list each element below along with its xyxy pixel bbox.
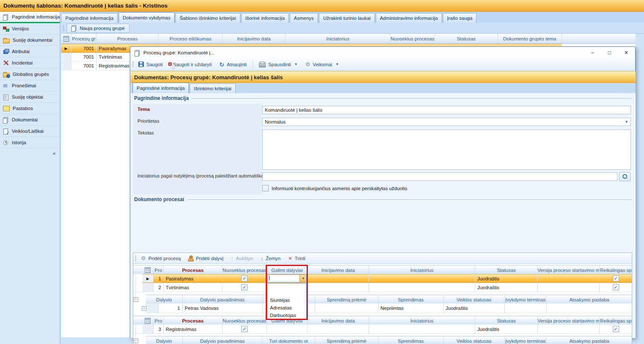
print-button[interactable]: Spausdinti ▼ (256, 59, 301, 70)
cell-due-date[interactable] (505, 304, 547, 313)
cell-activity-status[interactable]: Juodraštis (444, 304, 505, 313)
tab-iraso-sauga[interactable]: Įrašo sauga (443, 13, 477, 23)
move-up-button[interactable]: ↑ Aukštyn (228, 253, 256, 263)
cell-required[interactable] (600, 274, 632, 282)
cell-number[interactable]: 1 (154, 274, 164, 282)
move-down-button[interactable]: ↓ Žemyn (258, 253, 283, 263)
cell-version[interactable] (538, 325, 600, 333)
search-person-button[interactable] (619, 172, 631, 181)
sidebar-item-atributai[interactable]: Atributai (0, 46, 60, 57)
cell-initiator[interactable] (369, 274, 475, 282)
sidebar-item-pranesimai[interactable]: ✉ Pranešimai (0, 80, 60, 91)
column-header[interactable]: Nuoseklus procesas (391, 34, 435, 43)
cell-decision-by[interactable] (315, 304, 378, 313)
cell-required[interactable] (600, 283, 632, 292)
tab-pagrindine-informacija[interactable]: Pagrindinė informacija (61, 13, 118, 23)
column-header[interactable]: Iniciatorius (286, 34, 391, 43)
row-selector[interactable]: ▶ (61, 44, 71, 52)
column-header[interactable]: Inicijavimo data (223, 34, 286, 43)
row-selector[interactable] (143, 325, 154, 333)
tab-asmenys[interactable]: Asmenys (290, 13, 318, 23)
actions-button[interactable]: ⚙ Veiksmai ▼ (302, 59, 342, 70)
sidebar-item-globalios-grupes[interactable]: Globalios grupės (0, 69, 60, 80)
column-header[interactable]: Versija proceso startavimo m (538, 266, 600, 274)
column-header[interactable]: Procesų gr (71, 34, 97, 43)
sidebar-item-incidentai[interactable]: Incidentai (0, 57, 60, 69)
save-button[interactable]: Saugoti (135, 59, 166, 70)
column-header[interactable]: Turi dokumento or (263, 336, 315, 344)
column-header[interactable]: Dalyvio (146, 295, 183, 304)
column-header[interactable]: Dalyvio pavadinimas (183, 336, 263, 344)
process-row[interactable]: ▶ 1 Pasirašymas ▼ Juodraštis (133, 274, 632, 283)
cell-required[interactable] (600, 325, 632, 333)
column-header[interactable]: Dalyvio (146, 336, 183, 344)
column-header[interactable]: Atsakymo pastaba (547, 295, 632, 304)
cell-status[interactable]: Juodraštis (475, 274, 538, 282)
process-row[interactable]: 3 Registravimas Juodraštis (133, 325, 632, 334)
cell-version[interactable] (538, 283, 600, 292)
sidebar-item-pastabos[interactable]: Pastabos (0, 103, 60, 114)
cell-group-id[interactable]: 7001 (71, 53, 97, 61)
tab-sablono-isrinkimo-kriterijai[interactable]: Šablono išrinkimo kriterijai (175, 13, 240, 23)
tab-dokumento-vykdymas[interactable]: Dokumento vykdymas (119, 12, 175, 23)
cell-status[interactable]: Juodraštis (475, 325, 538, 333)
prioritetas-select[interactable]: Normalus ▼ (262, 118, 631, 126)
cell-initiator[interactable] (369, 325, 475, 333)
column-header[interactable]: Įvykdymo terminas (505, 295, 547, 304)
cell-decision[interactable]: Nepriimtas (378, 304, 444, 313)
cell-number[interactable]: 3 (154, 325, 164, 333)
cell-group-id[interactable]: 7001 (71, 44, 97, 52)
grid-select-cell[interactable] (143, 316, 154, 325)
column-header[interactable]: Nuoseklus procesas (223, 316, 267, 325)
column-header[interactable]: Inicijavimo data (307, 266, 369, 274)
tema-input[interactable]: Komandiruotė į kelias šalis (262, 106, 631, 114)
maximize-button[interactable]: □ (601, 48, 618, 57)
column-header[interactable]: Proceso eiliškumas (159, 34, 223, 43)
tekstas-textarea[interactable] (262, 129, 631, 170)
cell-participant-name[interactable]: Petras Vadovas (183, 304, 263, 313)
sidebar-item-istorija[interactable]: Istorija (0, 137, 60, 148)
cell-process-name[interactable]: Pasirašymas (164, 274, 223, 282)
expand-expander-icon[interactable]: + (142, 306, 146, 311)
column-header[interactable]: Veiklos statusas (444, 295, 505, 304)
column-header[interactable]: Įvykdymo terminas (505, 336, 547, 344)
grid-select-cell[interactable] (143, 266, 154, 274)
participant-row[interactable]: 1 Petras Vadovas Nepriimtas Juodraštis (146, 304, 632, 313)
column-header[interactable]: Sprendimas (378, 336, 444, 344)
dialog-tab-pagrindine-informacija[interactable]: Pagrindinė informacija (132, 83, 189, 93)
cell-initiator[interactable] (369, 283, 475, 292)
column-header[interactable]: Dalyvio pavadinimas (183, 295, 263, 304)
column-header[interactable]: Nuoseklus procesas (223, 266, 267, 274)
column-header[interactable]: Pro (154, 316, 164, 325)
cell-version[interactable] (538, 274, 600, 282)
column-header[interactable]: Inicijavimo data (307, 316, 369, 325)
cell-sequential[interactable] (223, 283, 267, 292)
row-selector[interactable] (61, 53, 71, 61)
cell-number[interactable]: 1 (159, 304, 183, 313)
sidebar-item-pagrindine-informacija[interactable]: Pagrindinė informacija (0, 12, 60, 23)
cell-init-date[interactable] (307, 274, 369, 282)
sequential-checkbox[interactable] (241, 275, 248, 282)
column-header[interactable]: Pro (154, 266, 164, 274)
column-header[interactable]: Sprendimas (378, 295, 444, 304)
column-header[interactable]: Iniciatorius (369, 316, 475, 325)
sequential-checkbox[interactable] (241, 284, 248, 290)
column-header[interactable]: Procesas (164, 316, 223, 325)
column-header[interactable]: Iniciatorius (369, 266, 475, 274)
row-selector[interactable]: ▶ (143, 274, 154, 282)
column-header[interactable]: Statusas (435, 34, 498, 43)
minimize-button[interactable]: – (584, 48, 601, 57)
sidebar-collapse-button[interactable]: « (0, 148, 60, 158)
sidebar-item-dokumentai[interactable]: Dokumentai (0, 114, 60, 126)
iniciatorius-input[interactable] (262, 172, 617, 181)
close-button[interactable]: ✕ (618, 48, 635, 57)
column-header[interactable]: Dokumento grupės tema (498, 34, 562, 43)
cell-init-date[interactable] (307, 325, 369, 333)
process-row[interactable]: 2 Tvirtinimas Juodraštis (133, 283, 632, 292)
row-selector[interactable] (61, 62, 71, 70)
row-selector[interactable] (146, 304, 159, 313)
column-header[interactable]: Procesas (164, 266, 223, 274)
tab-uzrakinti-turinio-laukai[interactable]: Užrakinti turinio laukai (319, 13, 375, 23)
delete-button[interactable]: ✕ Trinti (285, 253, 308, 263)
column-header[interactable]: Reikalingas sp (600, 266, 632, 274)
